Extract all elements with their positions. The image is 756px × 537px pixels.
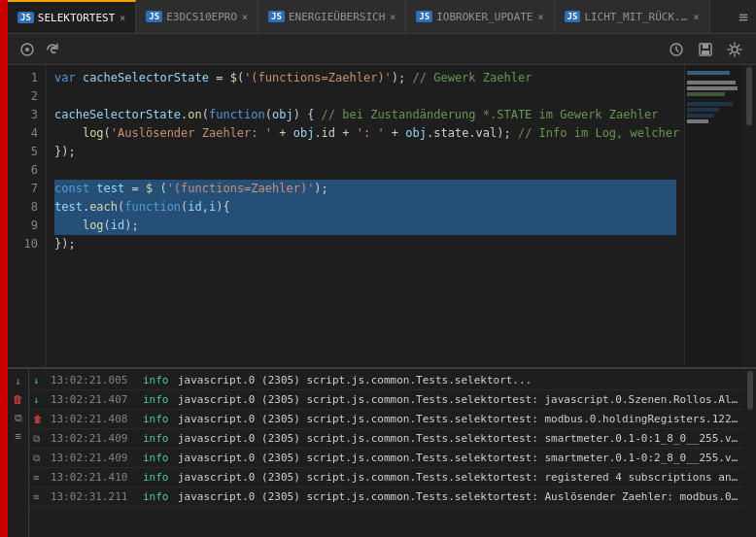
- tab-e3dcs10epro[interactable]: JS E3DCS10EPRO ×: [136, 0, 258, 34]
- log-entry-3-level: info: [143, 430, 178, 447]
- settings-button[interactable]: [723, 38, 746, 61]
- editor-minimap: [684, 65, 742, 367]
- tab-bar: JS SELEKTORTEST × JS E3DCS10EPRO × JS EN…: [8, 0, 756, 34]
- log-entry-3: ⧉ 13:02:21.409 info javascript.0 (2305) …: [29, 429, 744, 449]
- tab-js-icon-4: JS: [416, 11, 432, 22]
- line-numbers: 1 2 3 4 5 6 7 8 9 10: [8, 65, 47, 367]
- code-line-6: [54, 161, 676, 180]
- log-copy-icon[interactable]: ⧉: [11, 410, 26, 425]
- log-entry-5: ≡ 13:02:21.410 info javascript.0 (2305) …: [29, 468, 744, 487]
- tab-label-5: LICHT_MIT_RÜCK...: [584, 11, 688, 23]
- log-entry-5-icon: ≡: [33, 469, 51, 486]
- tab-label-4: IOBROKER_UPDATE: [436, 11, 533, 23]
- tab-close-3[interactable]: ×: [390, 12, 395, 22]
- tab-label-3: ENERGIEÜBERSICH: [289, 11, 385, 23]
- log-entry-1: ↓ 13:02:21.407 info javascript.0 (2305) …: [29, 390, 744, 410]
- log-entry-4-level: info: [143, 450, 178, 466]
- code-line-4: log('Auslösender Zaehler: ' + obj.id + '…: [54, 124, 676, 143]
- log-entry-4: ⧉ 13:02:21.409 info javascript.0 (2305) …: [29, 449, 744, 468]
- code-line-8: test.each(function(id,i){: [54, 198, 676, 217]
- code-line-1: var cacheSelectorState = $('(functions=Z…: [54, 69, 676, 87]
- tab-selektortest[interactable]: JS SELEKTORTEST ×: [8, 0, 136, 34]
- code-content[interactable]: var cacheSelectorState = $('(functions=Z…: [47, 65, 684, 367]
- back-button[interactable]: [16, 38, 39, 61]
- log-entry-6-level: info: [143, 488, 178, 505]
- log-entry-1-icon: ↓: [33, 391, 51, 408]
- save-button[interactable]: [694, 38, 717, 61]
- log-entry-6-message: javascript.0 (2305) script.js.common.Tes…: [178, 488, 740, 505]
- editor-toolbar: [8, 34, 756, 65]
- log-entry-6: ≡ 13:02:31.211 info javascript.0 (2305) …: [29, 487, 744, 507]
- log-trash-icon[interactable]: 🗑: [11, 391, 26, 407]
- code-line-7: const test = $ ('(functions=Zaehler)');: [54, 180, 676, 198]
- log-entry-3-time: 13:02:21.409: [51, 430, 143, 447]
- editor-scrollbar[interactable]: [742, 65, 756, 367]
- tab-close-5[interactable]: ×: [694, 12, 700, 22]
- log-entry-4-message: javascript.0 (2305) script.js.common.Tes…: [178, 450, 740, 466]
- log-entry-4-icon: ⧉: [33, 450, 51, 466]
- log-entry-2-icon: 🗑: [33, 411, 51, 427]
- log-entry-6-icon: ≡: [33, 488, 51, 505]
- log-entry-5-level: info: [143, 469, 178, 486]
- log-entry-4-time: 13:02:21.409: [51, 450, 143, 466]
- code-line-10: });: [54, 235, 676, 253]
- svg-rect-4: [703, 44, 708, 49]
- code-line-5: });: [54, 143, 676, 161]
- log-download-icon[interactable]: ↓: [11, 373, 26, 388]
- log-entry-5-time: 13:02:21.410: [51, 469, 143, 486]
- log-container: ↓ 🗑 ⧉ ≡ ↓ 13:02:21.005 info javascript.0…: [8, 367, 756, 537]
- tab-js-icon-2: JS: [17, 12, 34, 23]
- tab-iobroker-update[interactable]: JS IOBROKER_UPDATE ×: [406, 0, 554, 34]
- log-entry-1-time: 13:02:21.407: [51, 391, 143, 408]
- log-entry-1-level: info: [143, 391, 178, 408]
- log-entry-3-icon: ⧉: [33, 430, 51, 447]
- log-scrollbar[interactable]: [744, 369, 756, 537]
- tab-close-4[interactable]: ×: [538, 12, 544, 22]
- log-entry-0-time: 13:02:21.005: [51, 372, 143, 388]
- log-entry-2-level: info: [143, 411, 178, 427]
- log-filter-icon[interactable]: ≡: [11, 428, 26, 444]
- code-line-3: cacheSelectorState.on(function(obj) { //…: [54, 106, 676, 124]
- log-entry-0-level: info: [143, 372, 178, 388]
- log-entry-6-time: 13:02:31.211: [51, 488, 143, 505]
- refresh-button[interactable]: [41, 38, 64, 61]
- log-entry-2-message: javascript.0 (2305) script.js.common.Tes…: [178, 411, 740, 427]
- tab-js-icon-5: JS: [565, 11, 581, 22]
- log-entry-2: 🗑 13:02:21.408 info javascript.0 (2305) …: [29, 410, 744, 429]
- log-entry-2-time: 13:02:21.408: [51, 411, 143, 427]
- tab-js-icon-1: JS: [146, 11, 162, 22]
- log-entry-0-icon: ↓: [33, 372, 51, 388]
- tab-label-2: SELEKTORTEST: [38, 12, 115, 24]
- log-left-icons: ↓ 🗑 ⧉ ≡: [8, 369, 29, 537]
- log-entry-3-message: javascript.0 (2305) script.js.common.Tes…: [178, 430, 740, 447]
- tab-overflow-menu[interactable]: ≡: [731, 8, 756, 26]
- log-entries: ↓ 13:02:21.005 info javascript.0 (2305) …: [29, 369, 744, 537]
- log-entry-0: ↓ 13:02:21.005 info javascript.0 (2305) …: [29, 371, 744, 390]
- log-entry-0-message: javascript.0 (2305) script.js.common.Tes…: [178, 372, 532, 388]
- tab-js-icon-3: JS: [268, 11, 285, 22]
- code-line-9: log(id);: [54, 217, 676, 235]
- svg-rect-5: [702, 50, 709, 54]
- code-line-2: [54, 87, 676, 106]
- log-entry-1-message: javascript.0 (2305) script.js.common.Tes…: [178, 391, 740, 408]
- code-editor: 1 2 3 4 5 6 7 8 9 10 var cacheSelectorSt…: [8, 65, 756, 367]
- history-button[interactable]: [665, 38, 688, 61]
- log-entry-5-message: javascript.0 (2305) script.js.common.Tes…: [178, 469, 740, 486]
- tab-licht-mit-ruck[interactable]: JS LICHT_MIT_RÜCK... ×: [555, 0, 710, 34]
- tab-energieubersich[interactable]: JS ENERGIEÜBERSICH ×: [258, 0, 406, 34]
- tab-close-2[interactable]: ×: [120, 13, 125, 23]
- svg-point-1: [25, 48, 29, 51]
- scrollbar-thumb[interactable]: [746, 67, 752, 125]
- tab-close-1[interactable]: ×: [242, 12, 248, 22]
- tab-label-1: E3DCS10EPRO: [166, 11, 237, 23]
